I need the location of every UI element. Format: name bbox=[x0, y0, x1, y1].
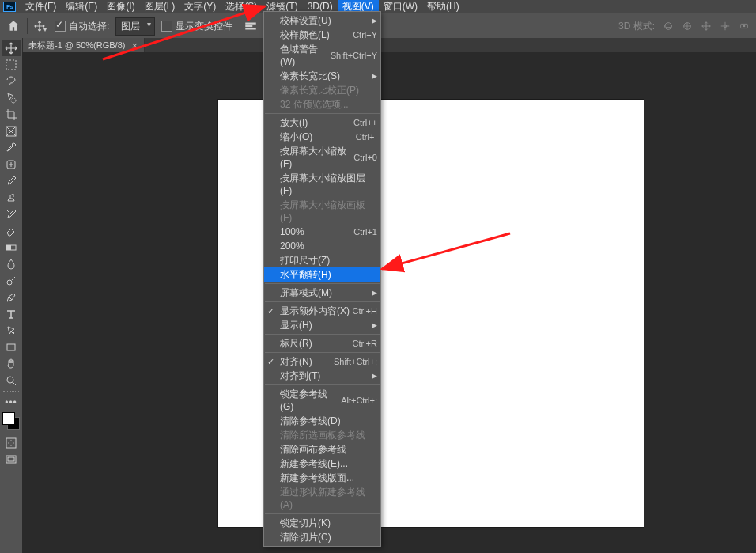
menu-snap-to[interactable]: 对齐到(T)▶ bbox=[264, 369, 380, 383]
slide-3d-icon[interactable] bbox=[720, 21, 731, 32]
app-logo: Ps bbox=[3, 2, 16, 12]
menu-file[interactable]: 文件(F) bbox=[21, 0, 61, 13]
menu-clear-slices[interactable]: 清除切片(C) bbox=[264, 530, 380, 544]
roll-3d-icon[interactable] bbox=[682, 21, 693, 32]
svg-rect-21 bbox=[6, 438, 16, 448]
svg-rect-12 bbox=[6, 60, 16, 70]
menu-show[interactable]: 显示(H)▶ bbox=[264, 318, 380, 332]
clone-stamp-tool[interactable] bbox=[2, 189, 21, 206]
menu-pixel-aspect[interactable]: 像素长宽比(S)▶ bbox=[264, 69, 380, 83]
menu-clear-canvas-guides[interactable]: 清除画布参考线 bbox=[264, 442, 380, 456]
menu-layer[interactable]: 图层(L) bbox=[140, 0, 180, 13]
edit-toolbar-icon[interactable]: ••• bbox=[2, 394, 21, 411]
menu-image[interactable]: 图像(I) bbox=[102, 0, 139, 13]
pen-tool[interactable] bbox=[2, 289, 21, 305]
menu-clear-artboard-guides: 清除所选画板参考线 bbox=[264, 428, 380, 442]
menu-fit-layer[interactable]: 按屏幕大小缩放图层(F) bbox=[264, 171, 380, 198]
color-swatch[interactable] bbox=[2, 412, 20, 430]
foreground-color[interactable] bbox=[2, 412, 15, 425]
quick-mask-icon[interactable] bbox=[2, 434, 21, 451]
show-transform-label: 显示变换控件 bbox=[176, 21, 232, 32]
menu-separator bbox=[265, 352, 380, 353]
show-transform-checkbox[interactable] bbox=[161, 21, 172, 32]
scale-3d-icon[interactable] bbox=[739, 21, 750, 32]
marquee-tool[interactable] bbox=[2, 56, 21, 73]
toolbox-separator bbox=[3, 391, 19, 392]
layer-select-dropdown[interactable]: 图层 bbox=[115, 17, 155, 36]
frame-tool[interactable] bbox=[2, 123, 21, 139]
menu-fit-screen[interactable]: 按屏幕大小缩放(F)Ctrl+0 bbox=[264, 144, 380, 171]
menu-100pct[interactable]: 100%Ctrl+1 bbox=[264, 225, 380, 239]
svg-rect-1 bbox=[246, 25, 253, 27]
menu-help[interactable]: 帮助(H) bbox=[422, 0, 464, 13]
auto-select-label: 自动选择: bbox=[69, 21, 109, 32]
svg-point-18 bbox=[7, 280, 12, 285]
menu-fit-artboard: 按屏幕大小缩放画板(F) bbox=[264, 198, 380, 225]
menu-print-size[interactable]: 打印尺寸(Z) bbox=[264, 253, 380, 267]
home-icon[interactable] bbox=[6, 19, 21, 33]
svg-point-11 bbox=[743, 25, 746, 28]
document-tab[interactable]: 未标题-1 @ 50%(RGB/8) × bbox=[22, 38, 145, 52]
history-brush-tool[interactable] bbox=[2, 206, 21, 222]
blur-tool[interactable] bbox=[2, 256, 21, 272]
svg-rect-2 bbox=[246, 28, 257, 29]
move-tool[interactable] bbox=[2, 40, 21, 56]
rectangle-tool[interactable] bbox=[2, 339, 21, 355]
auto-select-checkbox[interactable] bbox=[55, 21, 66, 32]
canvas-area[interactable] bbox=[22, 52, 756, 553]
svg-point-7 bbox=[665, 25, 672, 28]
zoom-tool[interactable] bbox=[2, 372, 21, 388]
menu-new-guide-from-shape: 通过形状新建参考线(A) bbox=[264, 485, 380, 512]
menu-window[interactable]: 窗口(W) bbox=[379, 0, 422, 13]
svg-point-6 bbox=[665, 23, 672, 30]
menu-proof-colors[interactable]: 校样颜色(L)Ctrl+Y bbox=[264, 28, 380, 42]
menu-rulers[interactable]: 标尺(R)Ctrl+R bbox=[264, 336, 380, 350]
menu-zoom-in[interactable]: 放大(I)Ctrl++ bbox=[264, 116, 380, 130]
menu-screen-mode[interactable]: 屏幕模式(M)▶ bbox=[264, 286, 380, 300]
menu-zoom-out[interactable]: 缩小(O)Ctrl+- bbox=[264, 130, 380, 144]
type-tool[interactable] bbox=[2, 305, 21, 322]
menu-edit[interactable]: 编辑(E) bbox=[61, 0, 102, 13]
svg-rect-24 bbox=[8, 457, 14, 461]
eraser-tool[interactable] bbox=[2, 222, 21, 239]
menu-type[interactable]: 文字(Y) bbox=[180, 0, 221, 13]
menu-separator bbox=[265, 513, 380, 514]
orbit-3d-icon[interactable] bbox=[663, 21, 674, 32]
mode3d-label: 3D 模式: bbox=[618, 20, 655, 33]
quick-select-tool[interactable] bbox=[2, 89, 21, 106]
document-tabbar: 未标题-1 @ 50%(RGB/8) × bbox=[22, 38, 756, 53]
menu-flip-horizontal[interactable]: 水平翻转(H) bbox=[264, 267, 380, 282]
crop-tool[interactable] bbox=[2, 106, 21, 123]
menu-select[interactable]: 选择(S) bbox=[221, 0, 262, 13]
menu-gamut-warning[interactable]: 色域警告(W)Shift+Ctrl+Y bbox=[264, 42, 380, 69]
menu-separator bbox=[265, 384, 380, 385]
menu-lock-guides[interactable]: 锁定参考线(G)Alt+Ctrl+; bbox=[264, 387, 380, 414]
healing-brush-tool[interactable] bbox=[2, 156, 21, 172]
svg-point-22 bbox=[9, 441, 13, 445]
menu-new-guide-layout[interactable]: 新建参考线版面... bbox=[264, 471, 380, 485]
menu-new-guide[interactable]: 新建参考线(E)... bbox=[264, 456, 380, 471]
align-layers-icon[interactable] bbox=[244, 19, 258, 33]
close-tab-icon[interactable]: × bbox=[131, 40, 138, 51]
menu-lock-slices[interactable]: 锁定切片(K) bbox=[264, 516, 380, 530]
menu-32bit-preview: 32 位预览选项... bbox=[264, 97, 380, 112]
toolbox: ••• bbox=[0, 38, 23, 553]
svg-rect-0 bbox=[246, 23, 257, 25]
menu-snap[interactable]: ✓对齐(N)Shift+Ctrl+; bbox=[264, 354, 380, 369]
menu-200pct[interactable]: 200% bbox=[264, 239, 380, 253]
menu-separator bbox=[265, 301, 380, 302]
menu-proof-setup[interactable]: 校样设置(U)▶ bbox=[264, 13, 380, 28]
screen-mode-icon[interactable] bbox=[2, 451, 21, 468]
pan-3d-icon[interactable] bbox=[701, 21, 712, 32]
path-select-tool[interactable] bbox=[2, 322, 21, 339]
menu-show-extras[interactable]: ✓显示额外内容(X)Ctrl+H bbox=[264, 304, 380, 318]
menu-clear-guides[interactable]: 清除参考线(D) bbox=[264, 414, 380, 428]
eyedropper-tool[interactable] bbox=[2, 139, 21, 156]
gradient-tool[interactable] bbox=[2, 239, 21, 256]
hand-tool[interactable] bbox=[2, 355, 21, 372]
svg-rect-19 bbox=[7, 344, 15, 350]
dodge-tool[interactable] bbox=[2, 272, 21, 289]
lasso-tool[interactable] bbox=[2, 73, 21, 89]
menu-3d[interactable]: 3D(D) bbox=[303, 1, 338, 12]
brush-tool[interactable] bbox=[2, 172, 21, 189]
